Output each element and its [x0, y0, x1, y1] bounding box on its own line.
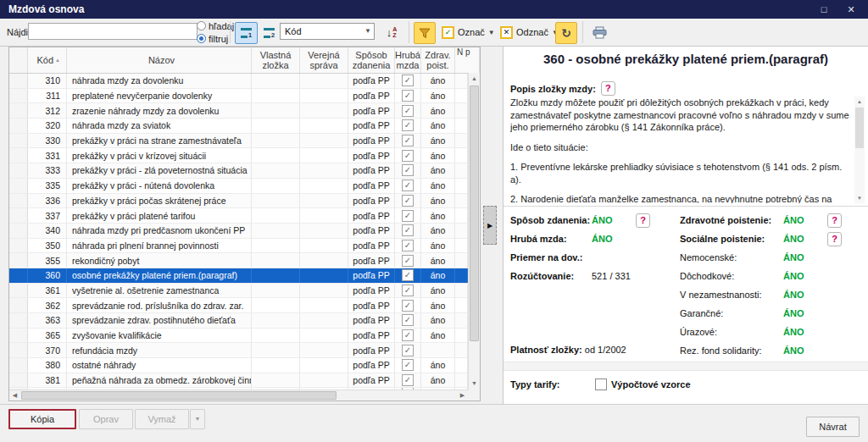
- hruba-mzda-checkbox[interactable]: ✓: [402, 135, 414, 146]
- hruba-mzda-checkbox[interactable]: ✓: [402, 90, 414, 102]
- table-row[interactable]: 363sprevádzanie zdrav. postihnutého dieť…: [9, 313, 468, 329]
- table-row[interactable]: 335prekážky v práci - nútená dovolenkapo…: [9, 179, 468, 194]
- radio-filtruj[interactable]: filtruj: [197, 32, 234, 45]
- scrollbar-thumb[interactable]: [21, 391, 337, 400]
- column-header-px[interactable]: N p: [455, 47, 480, 73]
- scrollbar-thumb[interactable]: [855, 108, 864, 148]
- scroll-down-icon[interactable]: ▼: [469, 378, 480, 390]
- scroll-up-icon[interactable]: ▲: [469, 73, 480, 85]
- table-row[interactable]: 311preplatené nevyčerpanie dovolenkypodľ…: [9, 89, 468, 104]
- hruba-mzda-checkbox[interactable]: ✓: [402, 255, 414, 267]
- table-row[interactable]: 350náhrada pri plnení brannej povinnosti…: [9, 239, 468, 254]
- table-row[interactable]: 336prekážky v práci počas skrátenej prác…: [9, 194, 468, 209]
- hruba-mzda-checkbox[interactable]: ✓: [402, 150, 414, 162]
- window-title: Mzdová osnova: [8, 3, 84, 15]
- delete-button[interactable]: Vymaž: [135, 409, 189, 429]
- table-row[interactable]: 355rekondičný pobytpodľa PP✓áno: [9, 253, 468, 268]
- table-row[interactable]: 331prekážky v práci v krízovej situáciip…: [9, 148, 468, 163]
- cell-kod: 381: [28, 373, 67, 388]
- view-mode-1-button[interactable]: 1: [235, 22, 258, 44]
- sort-field-value: Kód: [285, 26, 302, 36]
- cell-hm: ✓: [395, 284, 421, 298]
- hruba-mzda-checkbox[interactable]: ✓: [402, 285, 414, 296]
- hruba-mzda-checkbox[interactable]: ✓: [402, 119, 414, 131]
- scrollbar-thumb[interactable]: [470, 86, 479, 341]
- table-row[interactable]: 381peňažná náhrada za obmedz. zárobkovej…: [9, 373, 468, 389]
- scroll-down-icon[interactable]: ▼: [854, 193, 865, 203]
- hruba-mzda-checkbox[interactable]: ✓: [402, 359, 414, 371]
- table-row[interactable]: 330prekážky v práci na strane zamestnáva…: [9, 134, 468, 149]
- column-header-sp[interactable]: Spôsob zdanenia: [348, 47, 395, 73]
- column-header-ind[interactable]: [9, 47, 28, 73]
- column-header-kod[interactable]: Kód▲: [28, 47, 67, 73]
- table-row[interactable]: 340náhrada mzdy pri predčasnom ukončení …: [9, 224, 468, 239]
- cell-kod: 340: [28, 224, 67, 238]
- search-input[interactable]: [28, 23, 198, 40]
- help-icon[interactable]: ?: [827, 213, 842, 228]
- property-value: ÁNO: [783, 252, 827, 262]
- sort-field-combobox[interactable]: Kód ▼: [280, 23, 375, 40]
- edit-button[interactable]: Oprav: [79, 409, 133, 429]
- table-row[interactable]: 312zrazenie náhrady mzdy za dovolenkupod…: [9, 103, 468, 119]
- hruba-mzda-checkbox[interactable]: ✓: [402, 240, 414, 251]
- hruba-mzda-checkbox[interactable]: ✓: [402, 105, 414, 117]
- hruba-mzda-checkbox[interactable]: ✓: [402, 75, 414, 86]
- table-row[interactable]: 360osobné prekážky platené priem.(paragr…: [9, 268, 468, 284]
- column-header-hm[interactable]: Hrubá mzda: [395, 47, 421, 73]
- cell-px: [455, 343, 468, 357]
- column-header-vs[interactable]: Verejná správa: [300, 47, 348, 73]
- hruba-mzda-checkbox[interactable]: ✓: [402, 164, 414, 176]
- hruba-mzda-checkbox[interactable]: ✓: [402, 210, 414, 222]
- cell-ind: [9, 298, 28, 312]
- sort-az-button[interactable]: ↓ AZ: [381, 23, 403, 41]
- maximize-button[interactable]: □: [810, 0, 837, 19]
- scroll-up-icon[interactable]: ▲: [854, 97, 865, 107]
- help-icon[interactable]: ?: [601, 81, 615, 96]
- scroll-left-icon[interactable]: ◀: [9, 390, 20, 401]
- table-row[interactable]: 365zvyšovanie kvalifikáciepodľa PP✓áno: [9, 329, 468, 344]
- hruba-mzda-checkbox[interactable]: ✓: [402, 374, 414, 386]
- collapse-panel-button[interactable]: ▶: [483, 206, 497, 245]
- radio-hladaj[interactable]: hľadaj: [197, 19, 234, 32]
- help-icon[interactable]: ?: [827, 232, 842, 246]
- refresh-button[interactable]: ↻: [555, 22, 577, 44]
- help-icon[interactable]: ?: [636, 213, 650, 228]
- cell-vs: [300, 358, 348, 373]
- table-row[interactable]: 362sprevádzanie rod. príslušníka do zdra…: [9, 298, 468, 313]
- close-button[interactable]: ✕: [837, 0, 865, 19]
- tariff-checkbox[interactable]: [595, 378, 607, 390]
- print-button[interactable]: [588, 22, 610, 42]
- vertical-scrollbar[interactable]: ▲ ▼: [468, 73, 480, 390]
- hruba-mzda-checkbox[interactable]: ✓: [402, 329, 414, 341]
- table-row[interactable]: 337prekážky v práci platené tarifoupodľa…: [9, 208, 468, 224]
- delete-dropdown-button[interactable]: ▼: [190, 409, 205, 429]
- return-button[interactable]: Návrat: [806, 417, 860, 437]
- table-row[interactable]: 310náhrada mzdy za dovolenkupodľa PP✓áno: [9, 74, 468, 89]
- cell-hm: ✓: [395, 148, 421, 163]
- mark-button[interactable]: ✓ Označ ▼: [442, 22, 495, 42]
- table-row[interactable]: 361vyšetrenie al. ošetrenie zamestnancap…: [9, 284, 468, 299]
- table-row[interactable]: 333prekážky v práci - zlá poveternostná …: [9, 163, 468, 179]
- copy-button[interactable]: Kópia: [8, 409, 76, 429]
- view-mode-2-button[interactable]: 2: [258, 22, 281, 44]
- description-scrollbar[interactable]: ▲ ▼: [854, 97, 865, 203]
- cell-vs: [300, 163, 348, 178]
- horizontal-scrollbar[interactable]: ◀ ▶: [9, 390, 468, 401]
- hruba-mzda-checkbox[interactable]: ✓: [402, 345, 414, 356]
- hruba-mzda-checkbox[interactable]: ✓: [402, 195, 414, 207]
- hruba-mzda-checkbox[interactable]: ✓: [402, 180, 414, 191]
- hruba-mzda-checkbox[interactable]: ✓: [402, 300, 414, 312]
- filter-button[interactable]: [414, 22, 436, 44]
- column-header-zp[interactable]: Zdrav. poist.: [421, 47, 455, 73]
- cell-hm: ✓: [395, 224, 421, 238]
- hruba-mzda-checkbox[interactable]: ✓: [402, 314, 414, 326]
- table-row[interactable]: 380ostatné náhradypodľa PP✓áno: [9, 358, 468, 373]
- column-header-vl[interactable]: Vlastná zložka: [252, 47, 300, 73]
- unmark-button[interactable]: ✕ Odznač ▼: [500, 22, 559, 42]
- table-row[interactable]: 370refundácia mzdypodľa PP✓: [9, 343, 468, 358]
- column-header-naz[interactable]: Názov: [67, 47, 252, 73]
- hruba-mzda-checkbox[interactable]: ✓: [402, 224, 414, 236]
- scroll-right-icon[interactable]: ▶: [457, 390, 468, 401]
- table-row[interactable]: 320náhrada mzdy za sviatokpodľa PP✓áno: [9, 119, 468, 134]
- hruba-mzda-checkbox[interactable]: ✓: [402, 269, 414, 281]
